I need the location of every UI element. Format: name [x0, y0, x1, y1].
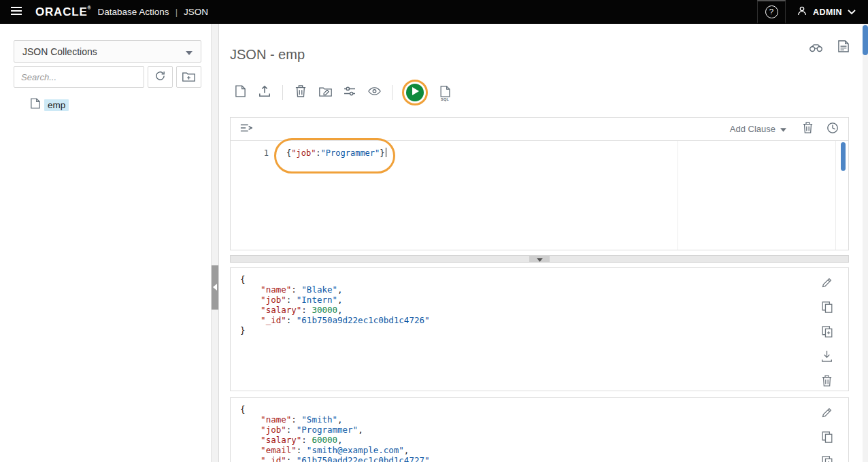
product-name: Database Actions: [98, 7, 169, 17]
script-icon: [838, 40, 849, 54]
import-button[interactable]: [254, 82, 275, 103]
editor-guide-line: [835, 141, 836, 250]
copy-icon: [822, 431, 833, 445]
document-card: { "name": "Smith", "job": "Programmer", …: [230, 397, 849, 462]
search-input[interactable]: [14, 66, 144, 88]
refresh-button[interactable]: [148, 66, 173, 88]
topbar: ORACLE® Database Actions | JSON ? ADMIN: [0, 0, 868, 24]
find-button[interactable]: [807, 39, 824, 56]
new-collection-icon: [182, 71, 195, 84]
user-menu-button[interactable]: ADMIN: [786, 0, 868, 24]
collections-dropdown-label: JSON Collections: [22, 46, 97, 57]
duplicate-document-button[interactable]: [820, 325, 833, 340]
format-button[interactable]: [239, 122, 254, 136]
page-scrollbar[interactable]: [863, 24, 868, 462]
user-icon: [797, 5, 807, 18]
format-icon: [240, 123, 252, 135]
script-button[interactable]: [837, 39, 850, 56]
splitter-collapse-button[interactable]: [529, 256, 550, 262]
sidebar-item-emp[interactable]: emp: [0, 97, 211, 113]
document-json: { "name": "Smith", "job": "Programmer", …: [231, 398, 848, 462]
delete-icon: [803, 122, 813, 135]
query-editor-panel: Add Clause 1: [230, 117, 849, 250]
editor-toolbar-right: Add Clause: [726, 120, 840, 137]
refresh-icon: [154, 70, 166, 84]
text-cursor: [386, 148, 387, 157]
download-document-button[interactable]: [820, 350, 833, 365]
editor-toolbar: Add Clause: [231, 118, 848, 141]
topbar-separator: |: [176, 7, 178, 17]
history-icon: [827, 122, 839, 136]
page-title: JSON - emp: [230, 46, 305, 63]
topbar-right: ? ADMIN: [757, 0, 868, 24]
splitter-collapse-icon: [213, 282, 217, 293]
main-toolbar: SQL: [219, 78, 868, 108]
query-editor[interactable]: 1 {"job":"Programmer"}: [231, 141, 848, 250]
download-icon: [821, 350, 833, 364]
edit-document-icon: [821, 277, 833, 291]
header-icons: [807, 37, 850, 56]
add-clause-caret-icon: [780, 124, 786, 134]
run-query-button[interactable]: [406, 84, 424, 101]
collection-icon: [31, 98, 40, 112]
document-json: { "name": "Blake", "job": "Intern", "sal…: [231, 268, 848, 342]
sidebar-search-row: [14, 66, 201, 88]
settings-icon: [344, 86, 356, 99]
edit-document-button[interactable]: [820, 276, 833, 291]
clear-query-button[interactable]: [801, 120, 814, 137]
results-splitter[interactable]: [230, 255, 849, 263]
document-actions: [820, 406, 833, 462]
run-button-wrap: [401, 79, 429, 106]
new-document-icon: [235, 85, 246, 99]
copy-icon: [822, 301, 833, 315]
delete-document-button[interactable]: [820, 374, 833, 389]
collections-dropdown[interactable]: JSON Collections: [14, 40, 201, 63]
hamburger-menu-button[interactable]: [7, 3, 25, 20]
user-name: ADMIN: [813, 7, 842, 17]
find-icon: [809, 41, 823, 54]
oracle-logo: ORACLE®: [35, 5, 92, 19]
edit-document-button[interactable]: [820, 406, 833, 421]
sidebar: JSON Collections emp: [0, 24, 211, 462]
sql-icon-label: SQL: [441, 97, 449, 101]
import-icon: [258, 85, 271, 99]
copy-document-button[interactable]: [820, 431, 833, 446]
edit-collection-icon: [319, 86, 332, 99]
show-sql-button[interactable]: SQL: [434, 82, 456, 103]
view-icon: [368, 86, 381, 98]
run-icon: [412, 87, 419, 97]
dropdown-caret-icon: [186, 46, 193, 57]
chevron-down-icon: [848, 7, 856, 17]
sidebar-collapse-handle[interactable]: [212, 265, 218, 310]
editor-scrollbar[interactable]: [841, 142, 846, 171]
topbar-page-name: JSON: [184, 7, 208, 17]
document-actions: [820, 276, 833, 389]
view-button[interactable]: [364, 82, 384, 103]
copy-document-button[interactable]: [820, 301, 833, 316]
duplicate-icon: [822, 326, 833, 340]
edit-document-icon: [821, 407, 833, 420]
hamburger-icon: [10, 6, 22, 18]
new-document-button[interactable]: [230, 82, 250, 103]
history-button[interactable]: [825, 120, 840, 137]
sidebar-splitter[interactable]: [211, 24, 219, 462]
main-panel: JSON - emp: [219, 24, 868, 462]
help-button[interactable]: ?: [757, 0, 786, 24]
edit-collection-button[interactable]: [315, 82, 335, 103]
add-clause-dropdown[interactable]: Add Clause: [726, 123, 790, 135]
new-collection-button[interactable]: [176, 66, 201, 88]
document-card: { "name": "Blake", "job": "Intern", "sal…: [230, 267, 849, 391]
delete-icon: [822, 375, 832, 389]
toolbar-divider: [392, 85, 393, 100]
line-number-gutter: 1: [231, 141, 285, 250]
duplicate-icon: [822, 456, 833, 462]
main-header: JSON - emp: [219, 24, 868, 72]
duplicate-document-button[interactable]: [820, 455, 833, 462]
collections-tree: emp: [0, 97, 211, 113]
collection-name: emp: [44, 99, 69, 111]
delete-all-button[interactable]: [290, 82, 311, 103]
query-text[interactable]: {"job":"Programmer"}: [285, 141, 386, 250]
settings-button[interactable]: [339, 82, 360, 103]
page-scrollbar-thumb[interactable]: [863, 25, 868, 55]
editor-guide-line: [678, 141, 678, 250]
